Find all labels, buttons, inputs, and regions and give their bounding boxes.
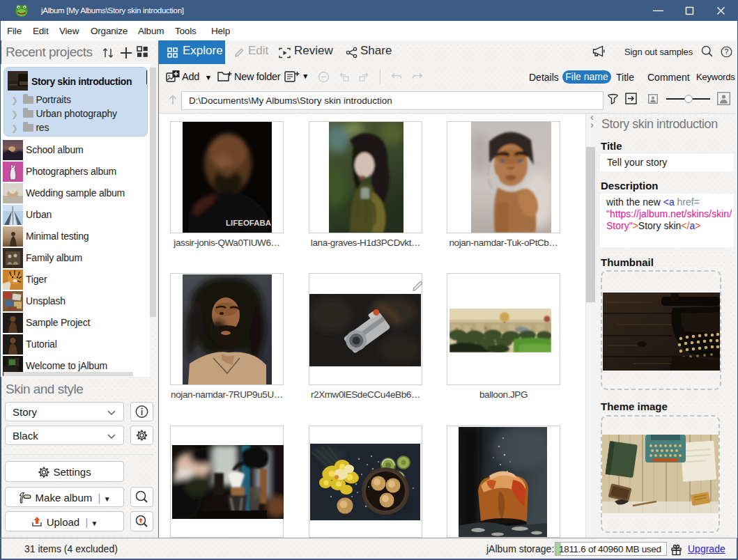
- svg-text:?: ?: [725, 47, 729, 56]
- svg-text:LIFEOFABA: LIFEOFABA: [226, 219, 271, 227]
